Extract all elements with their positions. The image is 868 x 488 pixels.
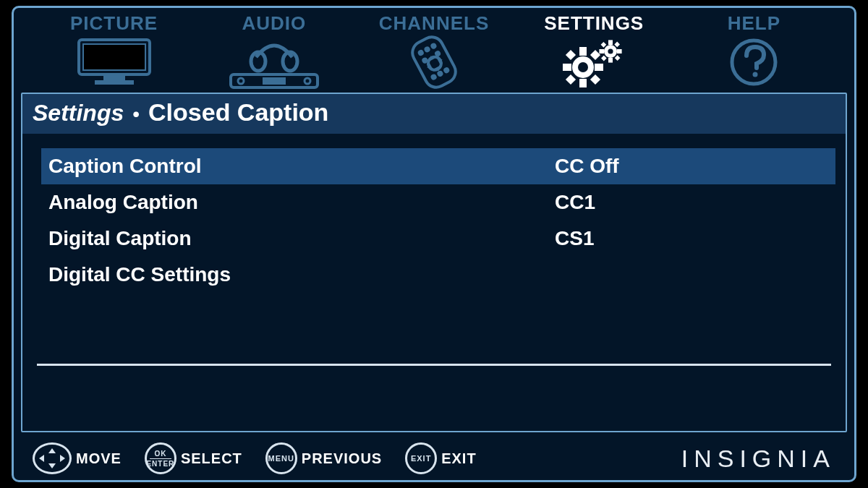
row-caption-control[interactable]: Caption Control CC Off	[41, 148, 835, 184]
tab-settings-label: SETTINGS	[544, 12, 644, 35]
tab-channels[interactable]: CHANNELS	[354, 12, 514, 88]
svg-rect-30	[566, 50, 576, 60]
hint-move-label: MOVE	[76, 450, 122, 467]
hint-select: OK ENTER SELECT	[145, 442, 242, 474]
dpad-icon	[33, 442, 72, 474]
svg-rect-1	[83, 44, 145, 70]
row-label: Analog Caption	[48, 191, 555, 214]
svg-rect-10	[409, 35, 460, 90]
footer-hints: MOVE OK ENTER SELECT MENU PREVIOUS EXIT …	[21, 441, 847, 476]
svg-rect-3	[95, 80, 134, 85]
svg-point-12	[423, 46, 431, 53]
svg-point-11	[417, 49, 425, 57]
top-tabs: PICTURE AUDIO	[14, 11, 854, 93]
tab-help-label: HELP	[728, 12, 780, 35]
svg-point-16	[426, 55, 443, 72]
svg-point-8	[305, 78, 310, 84]
svg-rect-38	[600, 49, 605, 53]
svg-point-35	[608, 48, 613, 53]
hint-exit: EXIT EXIT	[405, 442, 476, 474]
row-digital-caption[interactable]: Digital Caption CS1	[41, 221, 835, 257]
tab-picture-label: PICTURE	[70, 12, 158, 35]
hint-exit-label: EXIT	[441, 450, 476, 467]
row-value: CC Off	[555, 155, 825, 178]
svg-rect-31	[590, 50, 600, 60]
breadcrumb: Settings • Closed Caption	[22, 94, 846, 134]
question-icon	[727, 36, 780, 88]
hint-move: MOVE	[33, 442, 122, 474]
panel-divider	[37, 364, 831, 366]
svg-rect-32	[566, 74, 576, 85]
svg-point-25	[578, 62, 588, 72]
breadcrumb-current: Closed Caption	[148, 98, 328, 127]
row-label: Digital Caption	[48, 227, 555, 250]
menu-button-icon: MENU	[265, 442, 297, 474]
svg-rect-39	[617, 49, 622, 53]
exit-button-icon: EXIT	[405, 442, 437, 474]
tv-osd-screen: PICTURE AUDIO	[12, 6, 856, 482]
row-value: CS1	[555, 227, 825, 250]
row-value: CC1	[555, 191, 825, 214]
breadcrumb-parent: Settings	[33, 100, 124, 127]
headphones-icon	[224, 36, 325, 88]
remote-icon	[398, 36, 470, 88]
svg-rect-43	[615, 55, 621, 61]
hint-previous-label: PREVIOUS	[302, 450, 382, 467]
row-label: Caption Control	[48, 155, 555, 178]
svg-rect-2	[103, 76, 125, 80]
svg-point-45	[753, 72, 758, 77]
svg-rect-33	[590, 74, 600, 85]
breadcrumb-separator: •	[131, 103, 141, 126]
svg-point-7	[238, 78, 244, 84]
svg-rect-29	[595, 64, 603, 71]
tv-icon	[75, 36, 154, 88]
svg-rect-9	[263, 77, 286, 85]
settings-panel: Settings • Closed Caption Caption Contro…	[21, 93, 847, 432]
tab-picture[interactable]: PICTURE	[34, 12, 194, 88]
svg-rect-40	[601, 42, 607, 48]
svg-point-13	[430, 42, 438, 50]
svg-rect-27	[579, 79, 587, 87]
tab-channels-label: CHANNELS	[379, 12, 489, 35]
tab-settings[interactable]: SETTINGS	[514, 12, 674, 88]
svg-point-23	[443, 67, 451, 74]
gears-icon	[554, 36, 634, 88]
settings-rows: Caption Control CC Off Analog Caption CC…	[22, 134, 846, 293]
svg-rect-42	[601, 56, 607, 61]
row-digital-cc-settings[interactable]: Digital CC Settings	[41, 257, 835, 293]
svg-rect-36	[608, 40, 613, 45]
svg-rect-41	[615, 42, 621, 48]
tab-audio[interactable]: AUDIO	[194, 12, 354, 88]
svg-rect-26	[579, 47, 587, 56]
tab-audio-label: AUDIO	[242, 12, 306, 35]
row-label: Digital CC Settings	[48, 263, 555, 286]
row-analog-caption[interactable]: Analog Caption CC1	[41, 184, 835, 221]
hint-select-label: SELECT	[181, 450, 242, 467]
tab-help[interactable]: HELP	[674, 12, 834, 88]
hint-previous: MENU PREVIOUS	[265, 442, 382, 474]
svg-rect-37	[608, 58, 613, 63]
ok-enter-icon: OK ENTER	[145, 442, 176, 474]
svg-rect-28	[563, 64, 571, 71]
brand-logo: INSIGNIA	[681, 445, 835, 473]
svg-point-21	[430, 73, 438, 81]
